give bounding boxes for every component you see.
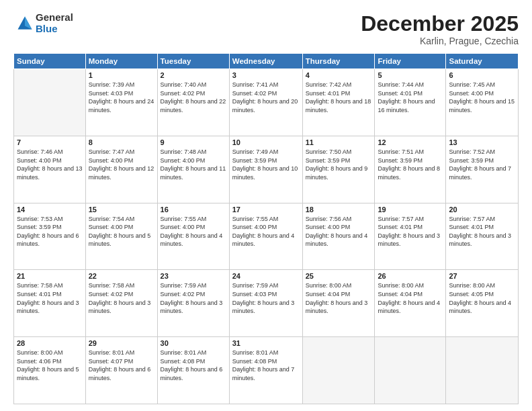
cell-daylight: Daylight: 8 hours and 3 minutes. [89, 300, 151, 315]
day-number: 25 [306, 272, 372, 280]
page: General Blue December 2025 Karlin, Pragu… [0, 0, 532, 411]
cell-daylight: Daylight: 8 hours and 4 minutes. [378, 300, 440, 315]
calendar-cell [302, 337, 375, 404]
day-number: 11 [306, 138, 372, 146]
cell-daylight: Daylight: 8 hours and 10 minutes. [232, 165, 298, 181]
calendar-week-row: 14 Sunrise: 7:53 AM Sunset: 3:59 PM Dayl… [14, 203, 519, 270]
cell-daylight: Daylight: 8 hours and 7 minutes. [449, 165, 511, 181]
calendar-week-row: 21 Sunrise: 7:58 AM Sunset: 4:01 PM Dayl… [14, 270, 519, 337]
cell-daylight: Daylight: 8 hours and 7 minutes. [232, 366, 295, 381]
day-number: 6 [449, 71, 515, 79]
cell-daylight: Daylight: 8 hours and 5 minutes. [89, 232, 151, 248]
calendar-cell: 29 Sunrise: 8:01 AM Sunset: 4:07 PM Dayl… [85, 337, 157, 404]
day-number: 12 [378, 138, 443, 146]
cell-daylight: Daylight: 8 hours and 8 minutes. [378, 165, 440, 181]
cell-sunrise: Sunrise: 8:00 AM [378, 282, 424, 289]
day-number: 20 [449, 205, 515, 214]
cell-daylight: Daylight: 8 hours and 11 minutes. [161, 165, 226, 181]
day-number: 28 [17, 339, 83, 347]
calendar-cell: 25 Sunrise: 8:00 AM Sunset: 4:04 PM Dayl… [302, 270, 375, 337]
day-number: 19 [378, 205, 443, 214]
calendar-cell: 6 Sunrise: 7:45 AM Sunset: 4:00 PM Dayli… [446, 69, 519, 136]
day-number: 5 [378, 71, 443, 79]
cell-sunrise: Sunrise: 7:53 AM [17, 216, 63, 222]
calendar-cell: 1 Sunrise: 7:39 AM Sunset: 4:03 PM Dayli… [85, 69, 157, 136]
cell-sunrise: Sunrise: 7:56 AM [306, 216, 352, 222]
day-number: 24 [232, 272, 300, 280]
calendar-cell: 28 Sunrise: 8:00 AM Sunset: 4:06 PM Dayl… [14, 337, 86, 404]
calendar-week-row: 7 Sunrise: 7:46 AM Sunset: 4:00 PM Dayli… [14, 136, 519, 203]
calendar-cell: 10 Sunrise: 7:49 AM Sunset: 3:59 PM Dayl… [229, 136, 302, 203]
cell-daylight: Daylight: 8 hours and 15 minutes. [449, 98, 515, 113]
calendar-cell: 7 Sunrise: 7:46 AM Sunset: 4:00 PM Dayli… [14, 136, 86, 203]
cell-sunrise: Sunrise: 7:59 AM [232, 282, 279, 289]
day-number: 15 [89, 205, 154, 214]
cell-sunset: Sunset: 4:00 PM [17, 157, 62, 164]
day-number: 17 [232, 205, 300, 214]
cell-sunrise: Sunrise: 7:57 AM [378, 216, 424, 222]
cell-sunset: Sunset: 4:02 PM [161, 291, 206, 298]
day-number: 22 [89, 272, 154, 280]
cell-sunset: Sunset: 4:02 PM [232, 90, 277, 97]
calendar-cell: 5 Sunrise: 7:44 AM Sunset: 4:01 PM Dayli… [375, 69, 446, 136]
cell-sunrise: Sunrise: 7:55 AM [161, 216, 207, 222]
header: General Blue December 2025 Karlin, Pragu… [13, 12, 519, 46]
cell-sunset: Sunset: 4:04 PM [378, 291, 423, 298]
calendar-cell: 4 Sunrise: 7:42 AM Sunset: 4:01 PM Dayli… [302, 69, 375, 136]
cell-sunset: Sunset: 4:01 PM [378, 90, 423, 97]
cell-sunrise: Sunrise: 7:57 AM [449, 216, 495, 222]
cell-sunrise: Sunrise: 7:59 AM [161, 282, 207, 289]
cell-daylight: Daylight: 8 hours and 4 minutes. [306, 232, 368, 248]
logo: General Blue [13, 12, 73, 34]
cell-daylight: Daylight: 8 hours and 24 minutes. [89, 98, 154, 113]
cell-daylight: Daylight: 8 hours and 6 minutes. [89, 366, 151, 381]
day-number: 14 [17, 205, 83, 214]
day-number: 2 [161, 71, 226, 79]
cell-sunset: Sunset: 4:01 PM [306, 90, 351, 97]
cell-daylight: Daylight: 8 hours and 6 minutes. [161, 366, 223, 381]
calendar-cell: 11 Sunrise: 7:50 AM Sunset: 3:59 PM Dayl… [302, 136, 375, 203]
month-title: December 2025 [361, 12, 519, 36]
cell-daylight: Daylight: 8 hours and 22 minutes. [161, 98, 226, 113]
cell-sunrise: Sunrise: 8:01 AM [89, 349, 135, 356]
cell-sunrise: Sunrise: 7:54 AM [89, 216, 135, 222]
cell-sunrise: Sunrise: 7:55 AM [232, 216, 279, 222]
calendar-cell: 3 Sunrise: 7:41 AM Sunset: 4:02 PM Dayli… [229, 69, 302, 136]
cell-sunset: Sunset: 4:01 PM [449, 224, 494, 230]
header-row: Sunday Monday Tuesday Wednesday Thursday… [14, 54, 519, 69]
cell-daylight: Daylight: 8 hours and 20 minutes. [232, 98, 298, 113]
day-number: 7 [17, 138, 83, 146]
calendar-cell: 9 Sunrise: 7:48 AM Sunset: 4:00 PM Dayli… [157, 136, 229, 203]
calendar-cell [446, 337, 519, 404]
cell-daylight: Daylight: 8 hours and 5 minutes. [17, 366, 79, 381]
cell-sunset: Sunset: 4:00 PM [89, 157, 134, 164]
day-number: 26 [378, 272, 443, 280]
day-number: 27 [449, 272, 515, 280]
cell-sunset: Sunset: 4:08 PM [232, 358, 277, 365]
calendar-cell: 31 Sunrise: 8:01 AM Sunset: 4:08 PM Dayl… [229, 337, 302, 404]
cell-sunset: Sunset: 3:59 PM [232, 157, 277, 164]
cell-sunrise: Sunrise: 8:00 AM [17, 349, 63, 356]
day-number: 10 [232, 138, 300, 146]
cell-daylight: Daylight: 8 hours and 6 minutes. [17, 232, 79, 248]
cell-sunset: Sunset: 4:00 PM [89, 224, 134, 230]
cell-sunset: Sunset: 3:59 PM [378, 157, 423, 164]
day-number: 1 [89, 71, 154, 79]
calendar-cell: 23 Sunrise: 7:59 AM Sunset: 4:02 PM Dayl… [157, 270, 229, 337]
day-number: 21 [17, 272, 83, 280]
calendar-cell: 22 Sunrise: 7:58 AM Sunset: 4:02 PM Dayl… [85, 270, 157, 337]
calendar-cell: 12 Sunrise: 7:51 AM Sunset: 3:59 PM Dayl… [375, 136, 446, 203]
location: Karlin, Prague, Czechia [361, 36, 519, 46]
calendar-cell: 2 Sunrise: 7:40 AM Sunset: 4:02 PM Dayli… [157, 69, 229, 136]
cell-daylight: Daylight: 8 hours and 12 minutes. [89, 165, 154, 181]
cell-sunset: Sunset: 4:00 PM [161, 157, 206, 164]
calendar-cell: 30 Sunrise: 8:01 AM Sunset: 4:08 PM Dayl… [157, 337, 229, 404]
cell-daylight: Daylight: 8 hours and 3 minutes. [378, 232, 440, 248]
day-number: 31 [232, 339, 300, 347]
day-number: 4 [306, 71, 372, 79]
cell-sunset: Sunset: 4:03 PM [232, 291, 277, 298]
day-number: 18 [306, 205, 372, 214]
cell-sunset: Sunset: 4:07 PM [89, 358, 134, 365]
cell-daylight: Daylight: 8 hours and 3 minutes. [232, 300, 295, 315]
cell-daylight: Daylight: 8 hours and 3 minutes. [306, 300, 368, 315]
